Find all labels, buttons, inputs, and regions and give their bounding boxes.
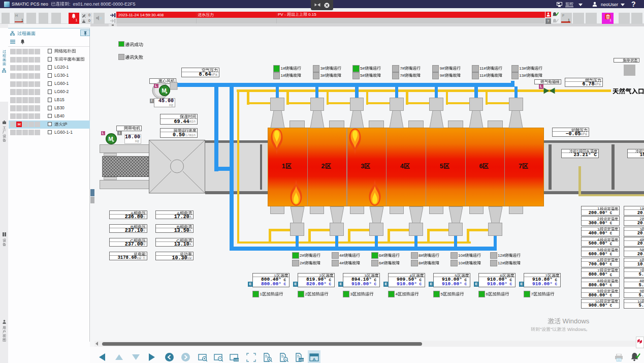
svg-text:100: 100 xyxy=(299,358,303,361)
svg-text:M: M xyxy=(108,135,113,141)
svg-text:A: A xyxy=(312,357,316,362)
svg-text:100: 100 xyxy=(234,358,238,361)
svg-text:M: M xyxy=(162,87,167,94)
